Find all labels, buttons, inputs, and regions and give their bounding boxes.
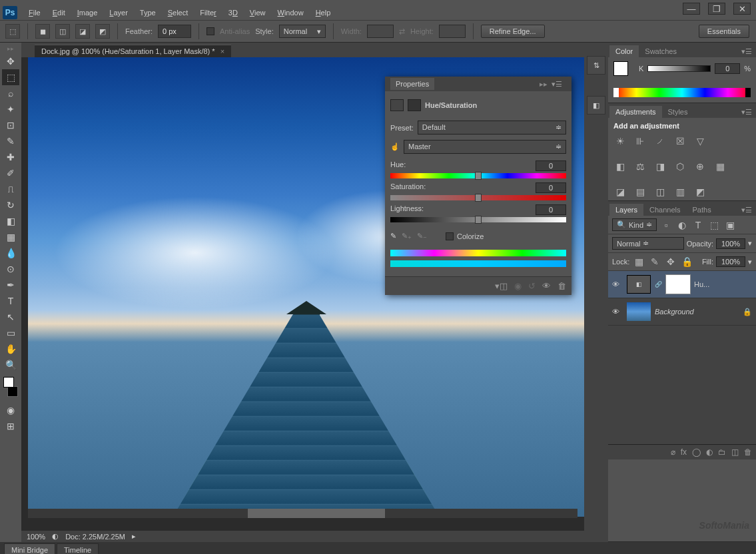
selection-subtract-icon[interactable]: ◪ xyxy=(75,24,90,39)
filter-adj-icon[interactable]: ◐ xyxy=(675,219,689,231)
eyedropper-tool[interactable]: ✎ xyxy=(2,133,19,149)
sat-value[interactable] xyxy=(536,182,566,193)
menu-file[interactable]: File xyxy=(23,7,47,19)
lock-transparency-icon[interactable]: ▦ xyxy=(632,256,645,268)
shape-tool[interactable]: ▭ xyxy=(2,325,19,341)
blur-tool[interactable]: 💧 xyxy=(2,245,19,261)
move-tool[interactable]: ✥ xyxy=(2,53,19,69)
group-icon[interactable]: 🗀 xyxy=(718,447,726,457)
fx-icon[interactable]: fx xyxy=(681,447,687,457)
lock-paint-icon[interactable]: ✎ xyxy=(648,256,661,268)
zoom-level[interactable]: 100% xyxy=(27,533,45,541)
menu-select[interactable]: Select xyxy=(162,7,194,19)
selective-color-icon[interactable]: ◩ xyxy=(693,186,707,198)
channel-mixer-icon[interactable]: ⊕ xyxy=(693,160,707,172)
menu-edit[interactable]: Edit xyxy=(47,7,71,19)
light-slider[interactable] xyxy=(390,217,566,222)
mini-bridge-tab[interactable]: Mini Bridge xyxy=(4,543,55,554)
styles-tab[interactable]: Styles xyxy=(662,106,694,118)
timeline-tab[interactable]: Timeline xyxy=(57,543,99,554)
colorize-checkbox[interactable] xyxy=(446,232,454,240)
color-balance-icon[interactable]: ⚖ xyxy=(633,160,647,172)
minimize-button[interactable]: — xyxy=(683,3,700,15)
layers-tab[interactable]: Layers xyxy=(609,204,643,216)
sat-slider[interactable] xyxy=(390,195,566,200)
brightness-icon[interactable]: ☀ xyxy=(613,135,627,147)
collapse-icon[interactable]: ▸▸ xyxy=(540,80,548,89)
hand-tool-icon[interactable]: ☝ xyxy=(390,142,400,151)
hue-sat-icon[interactable]: ◧ xyxy=(613,160,627,172)
new-layer-icon[interactable]: ◫ xyxy=(731,447,739,457)
layers-panel-menu[interactable]: ▾☰ xyxy=(737,204,756,216)
wand-tool[interactable]: ✦ xyxy=(2,101,19,117)
marquee-tool[interactable]: ⬚ xyxy=(2,69,19,85)
gradient-tool[interactable]: ▦ xyxy=(2,229,19,245)
style-dropdown[interactable]: Normal▾ xyxy=(279,25,326,38)
fill-dropdown-arrow[interactable]: ▾ xyxy=(748,258,752,266)
properties-menu[interactable]: ▾☰ xyxy=(548,79,566,90)
threshold-icon[interactable]: ◫ xyxy=(653,186,667,198)
lock-all-icon[interactable]: 🔒 xyxy=(680,256,693,268)
crop-tool[interactable]: ⊡ xyxy=(2,117,19,133)
eyedropper-icon[interactable]: ✎ xyxy=(390,232,396,240)
foreground-color[interactable] xyxy=(3,377,14,388)
visibility-toggle[interactable]: 👁 xyxy=(612,280,623,288)
layer-mask-thumb[interactable] xyxy=(666,275,690,294)
history-brush-tool[interactable]: ↻ xyxy=(2,197,19,213)
zoom-tool[interactable]: 🔍 xyxy=(2,357,19,373)
character-panel-icon[interactable]: ◧ xyxy=(587,96,605,115)
brush-tool[interactable]: ✐ xyxy=(2,165,19,181)
link-layers-icon[interactable]: ⌀ xyxy=(671,447,675,457)
delete-adj-icon[interactable]: 🗑 xyxy=(558,281,566,291)
pen-tool[interactable]: ✒ xyxy=(2,277,19,293)
mask-type-icon[interactable] xyxy=(408,99,421,111)
background-color[interactable] xyxy=(7,386,18,397)
menu-window[interactable]: Window xyxy=(272,7,310,19)
fill-input[interactable] xyxy=(716,256,745,267)
status-icon[interactable]: ◐ xyxy=(52,532,59,541)
screenmode-tool[interactable]: ⊞ xyxy=(2,418,19,434)
view-previous-icon[interactable]: ◉ xyxy=(514,281,522,291)
doc-info[interactable]: Doc: 2.25M/2.25M xyxy=(65,533,125,541)
light-value[interactable] xyxy=(536,204,566,215)
layer-item-background[interactable]: 👁 Background 🔒 xyxy=(608,298,756,326)
invert-icon[interactable]: ◪ xyxy=(613,186,627,198)
menu-filter[interactable]: Filter xyxy=(194,7,222,19)
type-tool[interactable]: T xyxy=(2,293,19,309)
menu-help[interactable]: Help xyxy=(310,7,337,19)
workspace-essentials[interactable]: Essentials xyxy=(699,25,749,38)
hue-value[interactable] xyxy=(536,160,566,171)
layer-thumb[interactable] xyxy=(627,302,651,321)
curves-icon[interactable]: ⟋ xyxy=(653,135,667,147)
quickmask-tool[interactable]: ◉ xyxy=(2,402,19,418)
mask-icon[interactable]: ◯ xyxy=(692,447,701,457)
k-value-input[interactable] xyxy=(715,63,740,74)
color-tab[interactable]: Color xyxy=(609,45,639,57)
marquee-tool-preset[interactable]: ⬚ xyxy=(5,24,20,39)
visibility-toggle[interactable]: 👁 xyxy=(612,308,623,316)
swatches-tab[interactable]: Swatches xyxy=(639,45,683,57)
reset-icon[interactable]: ↺ xyxy=(528,281,536,291)
filter-image-icon[interactable]: ▫ xyxy=(659,219,673,231)
properties-tab[interactable]: Properties xyxy=(390,78,434,90)
color-ramp[interactable] xyxy=(613,88,751,97)
history-panel-icon[interactable]: ⇅ xyxy=(587,56,605,75)
color-panel-menu[interactable]: ▾☰ xyxy=(737,46,756,57)
vibrance-icon[interactable]: ▽ xyxy=(693,135,707,147)
layer-item-huesat[interactable]: 👁 ◧ 🔗 Hu... xyxy=(608,271,756,298)
exposure-icon[interactable]: ☒ xyxy=(673,135,687,147)
stamp-tool[interactable]: ⎍ xyxy=(2,181,19,197)
filter-type-icon[interactable]: T xyxy=(691,219,705,231)
opacity-dropdown-arrow[interactable]: ▾ xyxy=(748,239,752,248)
maximize-button[interactable]: ❐ xyxy=(708,3,725,15)
k-slider[interactable] xyxy=(647,65,711,72)
eyedropper-sub-icon[interactable]: ✎₋ xyxy=(417,232,427,240)
opacity-input[interactable] xyxy=(716,238,745,249)
paths-tab[interactable]: Paths xyxy=(687,204,717,216)
lock-move-icon[interactable]: ✥ xyxy=(664,256,677,268)
selection-new-icon[interactable]: ◼ xyxy=(35,24,50,39)
layer-name[interactable]: Hu... xyxy=(694,280,709,288)
menu-layer[interactable]: Layer xyxy=(103,7,134,19)
hue-slider[interactable] xyxy=(390,173,566,178)
posterize-icon[interactable]: ▤ xyxy=(633,186,647,198)
